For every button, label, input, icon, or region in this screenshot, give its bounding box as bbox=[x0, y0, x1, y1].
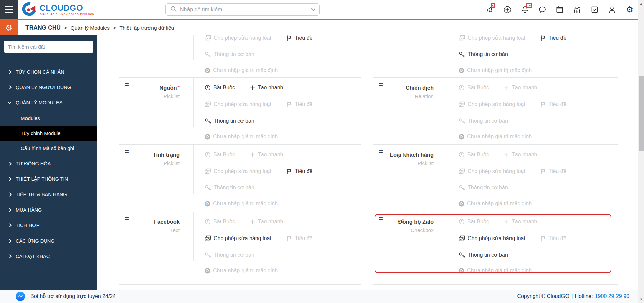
option-header-field[interactable]: Tiêu đề bbox=[540, 235, 567, 242]
option-quick-create[interactable]: Tạo nhanh bbox=[504, 152, 537, 158]
chevron-down-icon[interactable] bbox=[311, 7, 315, 11]
option-key-field[interactable]: Thông tin cơ bản bbox=[205, 118, 254, 124]
option-header-field[interactable]: Tiêu đề bbox=[540, 168, 567, 174]
option-default-value[interactable]: DChưa nhập giá trị mặc định bbox=[459, 134, 532, 140]
sidebar-item-qu-n-l-modules[interactable]: QUẢN LÝ MODULES bbox=[0, 95, 97, 111]
option-default-value[interactable]: DChưa nhập giá trị mặc định bbox=[205, 134, 278, 140]
chat-icon[interactable] bbox=[538, 5, 547, 14]
option-label: Chưa nhập giá trị mặc định bbox=[213, 268, 278, 274]
option-default-value[interactable]: DChưa nhập giá trị mặc định bbox=[205, 268, 278, 274]
global-search-input[interactable] bbox=[180, 7, 308, 13]
sidebar-item-t-y-ch-n-c-nh-n[interactable]: TÙY CHỌN CÁ NHÂN bbox=[0, 64, 97, 80]
field-labelbox: Tình trạngPicklist bbox=[119, 145, 193, 211]
notifications-icon[interactable]: 82 bbox=[521, 5, 529, 14]
sidebar-item-c-i-t-kh-c[interactable]: CÀI ĐẶT KHÁC bbox=[0, 249, 97, 264]
sidebar-subitem-c-u-h-nh-m-s-b-n-ghi[interactable]: Cấu hình Mã số bản ghi bbox=[0, 141, 97, 156]
option-default-value[interactable]: DChưa nhập giá trị mặc định bbox=[459, 268, 532, 274]
hamburger-menu-icon[interactable] bbox=[0, 0, 18, 19]
breadcrumb-item-2[interactable]: Thiết lập trường dữ liệu bbox=[120, 25, 174, 31]
option-required[interactable]: Bắt Buộc bbox=[205, 219, 235, 225]
vertical-scrollbar[interactable]: ▲ ▼ bbox=[638, 0, 644, 303]
option-header-field[interactable]: Tiêu đề bbox=[286, 235, 313, 242]
option-mass-edit[interactable]: Cho phép sửa hàng loạt bbox=[205, 101, 271, 108]
key-icon bbox=[459, 185, 465, 191]
option-default-value[interactable]: DChưa nhập giá trị mặc định bbox=[205, 201, 278, 207]
option-required[interactable]: Bắt Buộc bbox=[205, 152, 235, 158]
option-quick-create[interactable]: Tạo nhanh bbox=[250, 219, 283, 225]
announcement-icon[interactable]: 3 bbox=[486, 5, 494, 14]
option-header-field[interactable]: Tiêu đề bbox=[286, 101, 313, 107]
option-key-field[interactable]: Thông tin cơ bản bbox=[459, 252, 508, 258]
option-key-field[interactable]: Thông tin cơ bản bbox=[205, 51, 254, 58]
option-header-field[interactable]: Tiêu đề bbox=[286, 168, 313, 174]
option-required[interactable]: Bắt Buộc bbox=[205, 85, 235, 91]
user-icon[interactable] bbox=[608, 5, 616, 14]
sidebar-item-ti-p-th-b-n-h-ng[interactable]: TIẾP THỊ & BÁN HÀNG bbox=[0, 187, 97, 202]
scrollbar-thumb[interactable] bbox=[639, 76, 644, 151]
sidebar-item-t-ng-h-a[interactable]: TỰ ĐỘNG HÓA bbox=[0, 156, 97, 171]
flag-icon bbox=[286, 101, 292, 107]
option-default-value[interactable]: DChưa nhập giá trị mặc định bbox=[459, 201, 532, 207]
sidebar-subitem-label: Cấu hình Mã số bản ghi bbox=[21, 145, 74, 151]
calendar-icon[interactable] bbox=[555, 5, 564, 14]
chevron-right-icon bbox=[8, 162, 11, 165]
default-circle-icon: D bbox=[459, 68, 464, 73]
sidebar-item-qu-n-l-ng-i-d-ng[interactable]: QUẢN LÝ NGƯỜI DÙNG bbox=[0, 80, 97, 95]
option-quick-create[interactable]: Tạo nhanh bbox=[250, 152, 283, 158]
option-header-field[interactable]: Tiêu đề bbox=[540, 101, 567, 107]
global-search[interactable] bbox=[165, 3, 320, 16]
chevron-right-icon bbox=[8, 192, 11, 196]
add-icon[interactable] bbox=[503, 5, 512, 14]
messenger-icon[interactable] bbox=[15, 291, 25, 301]
option-key-field[interactable]: Thông tin cơ bản bbox=[205, 185, 254, 191]
scroll-down-arrow-icon[interactable]: ▼ bbox=[638, 298, 644, 301]
sidebar-item-label: TIẾP THỊ & BÁN HÀNG bbox=[16, 192, 67, 197]
sidebar-subitem-t-y-ch-nh-module[interactable]: Tùy chỉnh Module bbox=[0, 126, 97, 141]
option-key-field[interactable]: Thông tin cơ bản bbox=[459, 51, 508, 58]
option-header-field[interactable]: Tiêu đề bbox=[540, 35, 567, 41]
option-mass-edit[interactable]: Cho phép sửa hàng loạt bbox=[459, 235, 525, 242]
sidebar-search-input[interactable] bbox=[4, 41, 93, 53]
sidebar-item-c-c-ng-d-ng[interactable]: CÁC ỨNG DỤNG bbox=[0, 233, 97, 249]
option-required[interactable]: Bắt Buộc bbox=[459, 219, 489, 225]
breadcrumb-item-1[interactable]: Quản lý Modules bbox=[71, 25, 110, 31]
option-mass-edit[interactable]: Cho phép sửa hàng loạt bbox=[459, 35, 525, 41]
option-quick-create[interactable]: Tạo nhanh bbox=[504, 85, 537, 91]
option-key-field[interactable]: Thông tin cơ bản bbox=[205, 252, 254, 258]
cloudgo-logo[interactable]: CLOUDGO GIẢI PHÁP CHUYỂN ĐỔI SỐ TINH GỌN bbox=[21, 1, 94, 18]
option-default-value[interactable]: DChưa nhập giá trị mặc định bbox=[459, 67, 532, 73]
chevron-right-icon bbox=[8, 254, 11, 258]
option-required[interactable]: Bắt Buộc bbox=[459, 85, 489, 91]
analytics-icon[interactable] bbox=[573, 5, 582, 14]
option-quick-create[interactable]: Tạo nhanh bbox=[250, 85, 283, 91]
option-mass-edit[interactable]: Cho phép sửa hàng loạt bbox=[205, 235, 271, 242]
option-mass-edit[interactable]: Cho phép sửa hàng loạt bbox=[205, 168, 271, 175]
field-name: Đồng bộ Zalo bbox=[373, 219, 434, 225]
tasks-icon[interactable] bbox=[590, 5, 599, 14]
hotline-number[interactable]: 1900 29 29 90 bbox=[595, 293, 629, 299]
option-mass-edit[interactable]: Cho phép sửa hàng loạt bbox=[205, 35, 271, 41]
breadcrumb-item-0[interactable]: TRANG CHỦ bbox=[25, 24, 61, 31]
settings-section-icon[interactable]: ⚙ bbox=[0, 20, 18, 35]
support-bot-text[interactable]: Bot hỗ trợ sử dụng trực tuyến 24/24 bbox=[30, 293, 116, 299]
sidebar-item-t-ch-h-p[interactable]: TÍCH HỢP bbox=[0, 218, 97, 233]
notification-badge: 3 bbox=[491, 3, 495, 8]
plus-icon bbox=[504, 152, 509, 157]
option-quick-create[interactable]: Tạo nhanh bbox=[504, 219, 537, 225]
breadcrumb-bar: ⚙ TRANG CHỦ>Quản lý Modules>Thiết lập tr… bbox=[0, 20, 644, 35]
sidebar-item-mua-h-ng[interactable]: MUA HÀNG bbox=[0, 202, 97, 218]
svg-text:D: D bbox=[460, 269, 463, 273]
option-key-field[interactable]: Thông tin cơ bản bbox=[459, 118, 508, 124]
sidebar-subitem-modules[interactable]: Modules bbox=[0, 111, 97, 126]
option-required[interactable]: Bắt Buộc bbox=[459, 152, 489, 158]
scroll-up-arrow-icon[interactable]: ▲ bbox=[638, 2, 644, 5]
option-default-value[interactable]: DChưa nhập giá trị mặc định bbox=[205, 67, 278, 73]
card-divider bbox=[447, 145, 447, 194]
option-mass-edit[interactable]: Cho phép sửa hàng loạt bbox=[459, 101, 525, 108]
sidebar-item-label: MUA HÀNG bbox=[16, 207, 42, 213]
settings-icon[interactable]: ⚙ bbox=[625, 5, 634, 14]
sidebar-item-thi-t-l-p-th-ng-tin[interactable]: THIẾT LẬP THÔNG TIN bbox=[0, 171, 97, 187]
option-key-field[interactable]: Thông tin cơ bản bbox=[459, 185, 508, 191]
option-header-field[interactable]: Tiêu đề bbox=[286, 35, 313, 41]
option-mass-edit[interactable]: Cho phép sửa hàng loạt bbox=[459, 168, 525, 175]
